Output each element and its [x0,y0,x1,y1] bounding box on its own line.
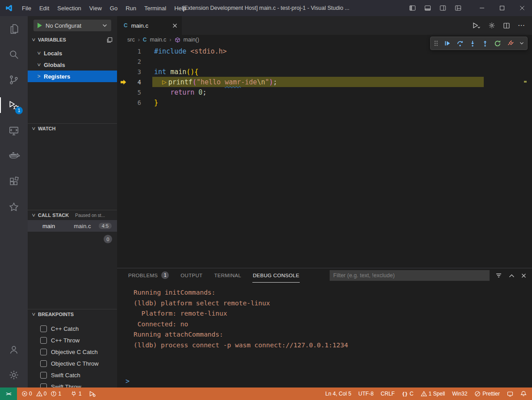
panel-tab-debug-console[interactable]: DEBUG CONSOLE [252,268,300,283]
restart-icon[interactable] [494,40,501,47]
breadcrumb-separator: › [138,37,140,43]
line-content[interactable]: #include <stdio.h> [141,47,227,55]
variables-row-registers[interactable]: >Registers [28,71,117,82]
explorer-icon[interactable] [0,16,28,42]
glyph-margin[interactable] [117,77,130,87]
debug-status[interactable] [89,391,96,397]
checkbox-icon[interactable] [40,372,47,379]
maximize-panel-icon[interactable] [509,274,515,278]
line-content[interactable]: } [141,99,158,107]
panel-tab-problems[interactable]: PROBLEMS1 [128,268,169,283]
star-icon[interactable] [0,194,28,220]
checkbox-icon[interactable] [40,349,47,355]
glyph-margin[interactable] [117,87,130,97]
glyph-margin[interactable] [117,97,130,108]
encoding[interactable]: UTF-8 [358,391,373,397]
open-panel-icon[interactable] [107,37,113,43]
breadcrumb-symbol[interactable]: main() [184,37,199,43]
maximize-button[interactable] [492,0,512,16]
menu-edit[interactable]: Edit [35,0,53,16]
watch-header[interactable]: > WATCH [28,124,117,133]
variables-row-locals[interactable]: >Locals [28,47,117,59]
disconnect-icon[interactable] [507,40,514,47]
search-icon[interactable] [0,42,28,67]
remote-indicator[interactable]: >< [0,388,17,400]
minimize-button[interactable] [472,0,492,16]
tab-close-icon[interactable] [172,23,177,28]
breakpoint-item[interactable]: Objective C Throw [28,358,117,369]
menu-file[interactable]: File [18,0,35,16]
platform-status[interactable]: Win32 [452,391,467,397]
toggle-panel-icon[interactable] [420,0,435,16]
docker-icon[interactable] [0,143,28,169]
eol-indicator[interactable]: CRLF [381,391,394,397]
menu-terminal[interactable]: Terminal [140,0,170,16]
menu-view[interactable]: View [85,0,106,16]
step-into-icon[interactable] [469,40,476,47]
account-icon[interactable] [0,337,28,362]
line-content[interactable]: int main(){ [141,68,198,76]
glyph-margin[interactable] [117,56,130,67]
variables-row-globals[interactable]: >Globals [28,59,117,71]
extensions-icon[interactable] [0,169,28,194]
continue-icon[interactable] [444,40,451,47]
menu-run[interactable]: Run [121,0,140,16]
close-panel-icon[interactable] [521,273,526,278]
more-actions-icon[interactable]: ⋯ [518,22,525,29]
menu-selection[interactable]: Selection [53,0,85,16]
start-debug-icon[interactable] [38,23,42,28]
remote-explorer-icon[interactable] [0,118,28,143]
close-button[interactable] [512,0,532,16]
line-content[interactable]: ▷printf("hello wamr-ide\n"); [141,78,277,86]
ports-status[interactable]: 1 [71,391,82,397]
breakpoint-item[interactable]: Swift Catch [28,369,117,381]
filter-lines-icon[interactable] [495,272,502,279]
screen-cast-icon[interactable] [507,391,513,397]
run-file-button[interactable] [472,22,481,29]
toggle-sidebar-icon[interactable] [405,0,420,16]
drag-handle-icon[interactable] [434,40,438,47]
problems-status[interactable]: 0 0 1 [21,391,63,397]
console-prompt-icon[interactable]: > [126,377,130,385]
breakpoint-item[interactable]: C++ Catch [28,323,117,334]
call-stack-title: CALL STACK [38,212,69,218]
checkbox-icon[interactable] [40,325,47,332]
breakpoints-header[interactable]: > BREAKPOINTS [28,309,117,319]
glyph-margin[interactable] [117,67,130,77]
console-filter-input[interactable] [330,270,490,281]
debug-config-dropdown[interactable]: No Configurat [34,20,111,31]
checkbox-icon[interactable] [40,360,47,367]
line-content[interactable]: return 0; [141,88,206,96]
checkbox-icon[interactable] [40,383,47,388]
gear-icon[interactable] [488,22,495,29]
code-editor[interactable]: 1#include <stdio.h>23int main(){4 ▷print… [117,45,532,268]
language-mode[interactable]: {} C [402,391,414,397]
toggle-secondary-sidebar-icon[interactable] [435,0,450,16]
bell-icon[interactable] [520,391,527,397]
step-over-icon[interactable] [457,40,464,47]
tab-main-c[interactable]: C main.c [117,16,182,35]
call-stack-header[interactable]: > CALL STACK Paused on st... [28,210,117,220]
checkbox-icon[interactable] [40,337,47,344]
panel-tab-output[interactable]: OUTPUT [180,268,203,283]
breakpoint-item[interactable]: C++ Throw [28,334,117,346]
source-control-icon[interactable] [0,67,28,92]
formatter-status[interactable]: Prettier [474,391,500,397]
run-debug-icon[interactable]: 1 [0,92,28,118]
breakpoint-item[interactable]: Swift Throw [28,381,117,388]
cursor-position[interactable]: Ln 4, Col 5 [325,391,351,397]
breadcrumb-file[interactable]: main.c [150,37,167,43]
panel-tab-terminal[interactable]: TERMINAL [214,268,242,283]
stack-frame-row[interactable]: main main.c 4:5 [28,220,117,232]
customize-layout-icon[interactable] [450,0,465,16]
spell-status[interactable]: 1 Spell [421,391,445,397]
breadcrumb-src[interactable]: src [127,37,135,43]
split-editor-icon[interactable] [503,22,510,29]
settings-gear-icon[interactable] [0,362,28,388]
variables-header[interactable]: > VARIABLES [28,35,117,45]
chevron-down-icon[interactable] [519,42,524,45]
step-out-icon[interactable] [482,40,489,47]
menu-go[interactable]: Go [106,0,121,16]
glyph-margin[interactable] [117,46,130,56]
breakpoint-item[interactable]: Objective C Catch [28,346,117,358]
